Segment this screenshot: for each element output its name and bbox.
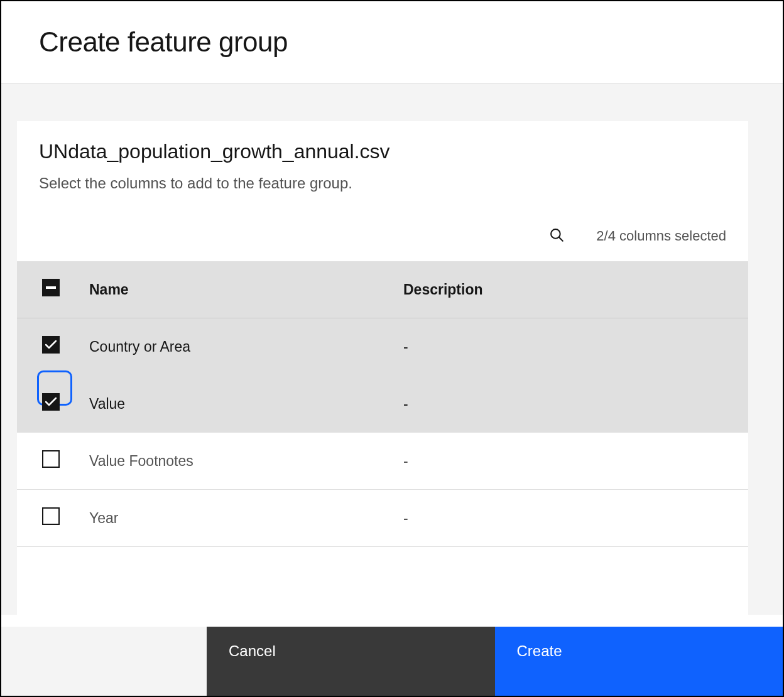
content-area: UNdata_population_growth_annual.csv Sele… xyxy=(1,84,783,615)
table-header-row: Name Description xyxy=(17,261,748,318)
row-description: - xyxy=(391,318,748,376)
row-description: - xyxy=(391,433,748,490)
row-description: - xyxy=(391,376,748,433)
row-name: Value Footnotes xyxy=(77,433,391,490)
header-description[interactable]: Description xyxy=(391,261,748,318)
row-name: Value xyxy=(77,376,391,433)
cancel-button[interactable]: Cancel xyxy=(207,627,495,696)
selection-count: 2/4 columns selected xyxy=(596,228,726,244)
card-header: UNdata_population_growth_annual.csv Sele… xyxy=(17,121,748,205)
search-icon[interactable] xyxy=(548,227,565,246)
row-checkbox[interactable] xyxy=(42,450,60,468)
footer-spacer xyxy=(1,627,207,696)
row-checkbox[interactable] xyxy=(42,336,60,354)
svg-rect-2 xyxy=(46,286,56,289)
header-checkbox-cell xyxy=(17,261,77,318)
dialog-footer: Cancel Create xyxy=(1,627,783,696)
file-name: UNdata_population_growth_annual.csv xyxy=(39,140,726,163)
page-title: Create feature group xyxy=(39,26,745,58)
svg-line-1 xyxy=(559,237,563,241)
file-subtitle: Select the columns to add to the feature… xyxy=(39,175,726,192)
create-button[interactable]: Create xyxy=(495,627,783,696)
header-name[interactable]: Name xyxy=(77,261,391,318)
file-card: UNdata_population_growth_annual.csv Sele… xyxy=(17,121,748,615)
row-name: Country or Area xyxy=(77,318,391,376)
table-row[interactable]: Value Footnotes - xyxy=(17,433,748,490)
table-row[interactable]: Value - xyxy=(17,376,748,433)
row-checkbox[interactable] xyxy=(42,393,60,411)
table-toolbar: 2/4 columns selected xyxy=(17,205,748,261)
row-description: - xyxy=(391,490,748,547)
table-row[interactable]: Year - xyxy=(17,490,748,547)
table-row[interactable]: Country or Area - xyxy=(17,318,748,376)
columns-table: Name Description Country or Area xyxy=(17,261,748,547)
row-checkbox[interactable] xyxy=(42,507,60,525)
dialog-header: Create feature group xyxy=(1,1,783,84)
select-all-checkbox[interactable] xyxy=(42,279,60,296)
row-name: Year xyxy=(77,490,391,547)
